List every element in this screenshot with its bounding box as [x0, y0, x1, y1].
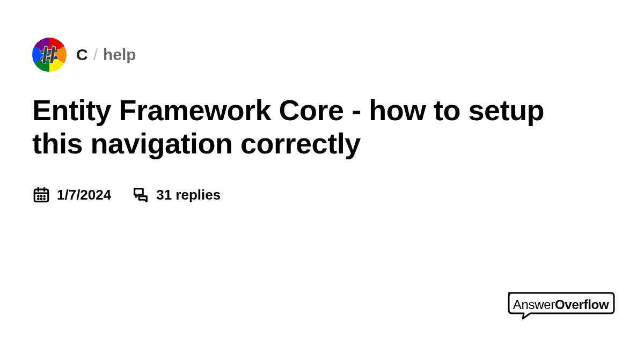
svg-point-10: [44, 196, 45, 197]
svg-point-13: [44, 199, 45, 200]
calendar-icon: [32, 186, 50, 204]
svg-point-11: [38, 199, 39, 200]
svg-rect-3: [50, 46, 56, 63]
thread-title: Entity Framework Core - how to setup thi…: [32, 93, 601, 160]
meta-row: 1/7/2024 31 replies: [32, 186, 612, 204]
meta-date: 1/7/2024: [32, 186, 111, 204]
date-text: 1/7/2024: [57, 187, 111, 203]
svg-point-9: [41, 196, 42, 197]
breadcrumb-separator: /: [93, 46, 98, 64]
breadcrumb-community: C: [76, 46, 88, 64]
meta-replies: 31 replies: [131, 186, 221, 204]
header-row: C / help: [32, 38, 612, 72]
svg-point-12: [41, 199, 42, 200]
replies-icon: [131, 186, 150, 204]
breadcrumb: C / help: [76, 46, 136, 64]
svg-point-8: [38, 196, 39, 197]
hash-icon: [39, 45, 60, 65]
answer-overflow-logo: AnswerOverflow: [504, 290, 617, 320]
replies-text: 31 replies: [156, 187, 221, 203]
breadcrumb-channel: help: [103, 46, 136, 64]
community-avatar: [32, 38, 67, 72]
svg-rect-2: [42, 46, 48, 63]
logo-text: AnswerOverflow: [513, 297, 609, 312]
